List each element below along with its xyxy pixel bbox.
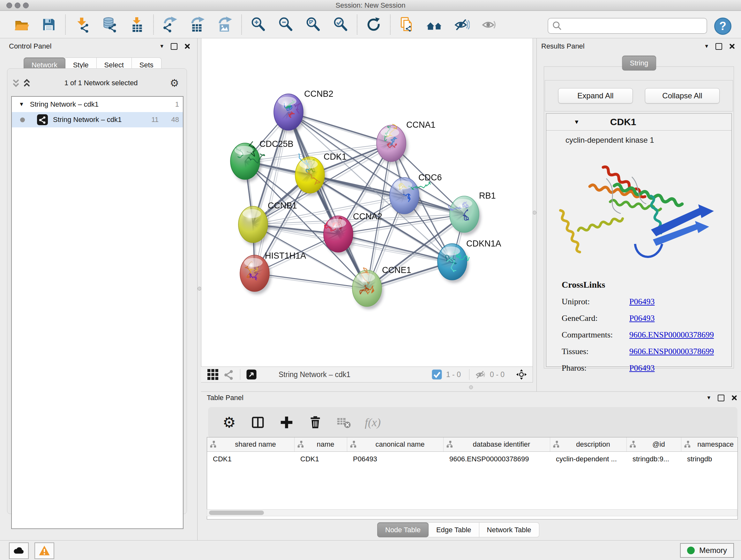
network-selection-status: 1 of 1 Network selected bbox=[32, 79, 170, 87]
node-CCNB2[interactable] bbox=[274, 94, 303, 130]
help-button[interactable]: ? bbox=[714, 17, 731, 35]
column-header-canonicalname[interactable]: canonical name bbox=[347, 437, 444, 451]
node-CDK1[interactable] bbox=[295, 153, 325, 193]
crosslink-link[interactable]: P06493 bbox=[629, 297, 655, 307]
cell-description[interactable]: cyclin-dependent ... bbox=[550, 455, 627, 463]
close-panel-icon[interactable] bbox=[731, 395, 737, 401]
collapse-panel-icon[interactable]: ▼ bbox=[159, 44, 164, 49]
column-header-description[interactable]: description bbox=[550, 437, 627, 451]
warning-icon[interactable] bbox=[35, 543, 54, 559]
tab-string[interactable]: String bbox=[622, 56, 656, 71]
node-label-CCNA1: CCNA1 bbox=[406, 120, 435, 130]
new-network-from-selection-icon[interactable] bbox=[398, 16, 415, 33]
node-label-RB1: RB1 bbox=[479, 191, 496, 200]
tab-network-table[interactable]: Network Table bbox=[479, 522, 539, 537]
cell-name[interactable]: CDK1 bbox=[294, 455, 347, 463]
float-panel-icon[interactable] bbox=[716, 43, 722, 50]
control-panel-title: Control Panel bbox=[9, 42, 51, 51]
title-bar: Session: New Session bbox=[0, 0, 741, 11]
bottom-splitter-handle[interactable] bbox=[469, 385, 473, 389]
expand-all-networks-icon[interactable] bbox=[21, 78, 32, 88]
selected-checkbox-icon[interactable] bbox=[431, 368, 443, 381]
memory-button[interactable]: Memory bbox=[680, 543, 734, 558]
node-CCNB1[interactable] bbox=[239, 206, 268, 243]
first-neighbors-icon[interactable] bbox=[426, 16, 443, 33]
zoom-in-icon[interactable] bbox=[250, 16, 267, 33]
collection-expand-icon[interactable]: ▼ bbox=[19, 101, 24, 108]
node-HIST1H1A[interactable] bbox=[240, 255, 269, 292]
cloud-icon[interactable] bbox=[9, 543, 29, 559]
table-row[interactable]: CDK1CDK1P064939606.ENSP00000378699cyclin… bbox=[207, 452, 738, 466]
save-session-icon[interactable] bbox=[40, 16, 57, 33]
add-column-icon[interactable] bbox=[278, 414, 295, 431]
network-canvas[interactable]: CCNB2 CCNA1 CDC25B CDK1 CDC6 RB1 bbox=[201, 38, 533, 367]
export-image-icon[interactable] bbox=[216, 16, 233, 33]
node-CCNA1[interactable] bbox=[377, 124, 406, 162]
toolbar-separator bbox=[65, 15, 66, 35]
gene-expand-icon[interactable]: ▼ bbox=[574, 119, 580, 125]
node-label-CDC6: CDC6 bbox=[418, 173, 442, 182]
settings-gear-icon[interactable]: ⚙ bbox=[221, 414, 238, 431]
cell-namespace[interactable]: stringdb bbox=[681, 455, 738, 463]
column-header-id[interactable]: @id bbox=[627, 437, 681, 451]
apply-preferred-layout-icon[interactable] bbox=[365, 16, 382, 33]
collection-count: 1 bbox=[162, 100, 183, 109]
grid-view-icon[interactable] bbox=[207, 368, 219, 381]
cell-id[interactable]: stringdb:9... bbox=[627, 455, 681, 463]
export-table-icon[interactable] bbox=[189, 16, 206, 33]
gene-card-header[interactable]: ▼ CDK1 bbox=[546, 114, 731, 131]
collapse-panel-icon[interactable]: ▼ bbox=[706, 395, 711, 400]
right-splitter-handle[interactable] bbox=[533, 211, 536, 214]
network-options-gear-icon[interactable]: ⚙ bbox=[170, 78, 179, 88]
crosslink-link[interactable]: 9606.ENSP00000378699 bbox=[629, 347, 714, 356]
node-CCNA2[interactable] bbox=[324, 216, 353, 252]
import-network-from-file-icon[interactable] bbox=[73, 16, 91, 33]
birds-eye-view-icon[interactable] bbox=[246, 368, 258, 381]
column-header-name[interactable]: name bbox=[294, 437, 347, 451]
node-CCNE1[interactable] bbox=[352, 268, 382, 307]
cell-canonicalname[interactable]: P06493 bbox=[347, 455, 444, 463]
import-table-from-file-icon[interactable] bbox=[128, 16, 145, 33]
toolbar-separator bbox=[153, 15, 154, 35]
zoom-fit-icon[interactable] bbox=[305, 16, 322, 33]
column-header-sharedname[interactable]: shared name bbox=[207, 437, 294, 451]
search-input[interactable] bbox=[562, 19, 706, 33]
tab-node-table[interactable]: Node Table bbox=[377, 522, 428, 537]
expand-all-button[interactable]: Expand All bbox=[558, 88, 633, 104]
scrollbar-thumb[interactable] bbox=[209, 510, 264, 515]
fit-selected-crosshair-icon[interactable] bbox=[515, 368, 528, 381]
delete-column-icon[interactable] bbox=[307, 414, 324, 431]
column-header-namespace[interactable]: namespace bbox=[681, 437, 738, 451]
float-panel-icon[interactable] bbox=[171, 43, 178, 50]
table-toolbar: ⚙f(x) bbox=[208, 407, 738, 438]
zoom-selected-icon[interactable] bbox=[332, 16, 349, 33]
close-panel-icon[interactable] bbox=[184, 43, 190, 50]
network-label: String Network – cdk1 bbox=[53, 116, 122, 124]
network-overview-icon[interactable] bbox=[223, 368, 235, 381]
open-session-icon[interactable] bbox=[13, 16, 30, 33]
zoom-out-icon[interactable] bbox=[277, 16, 294, 33]
crosslink-link[interactable]: 9606.ENSP00000378699 bbox=[629, 330, 714, 340]
column-header-databaseidentifier[interactable]: database identifier bbox=[444, 437, 550, 451]
crosslink-link[interactable]: P06493 bbox=[629, 363, 655, 373]
cell-databaseidentifier[interactable]: 9606.ENSP00000378699 bbox=[444, 455, 550, 463]
float-panel-icon[interactable] bbox=[718, 395, 724, 401]
collapse-panel-icon[interactable]: ▼ bbox=[704, 44, 709, 49]
results-panel: Results Panel ▼ String Expand All Collap… bbox=[536, 38, 741, 391]
show-all-icon[interactable] bbox=[481, 16, 498, 33]
import-network-from-database-icon[interactable] bbox=[101, 16, 118, 33]
collapse-all-networks-icon[interactable] bbox=[10, 78, 21, 88]
table-panel-title: Table Panel bbox=[207, 394, 244, 402]
cell-sharedname[interactable]: CDK1 bbox=[207, 455, 294, 463]
tab-edge-table[interactable]: Edge Table bbox=[428, 522, 479, 537]
edge-HIST1H1A-CCNE1[interactable] bbox=[255, 273, 367, 288]
network-collection-row[interactable]: ▼ String Network – cdk1 1 bbox=[12, 97, 183, 112]
close-panel-icon[interactable] bbox=[729, 43, 735, 50]
left-splitter-handle[interactable] bbox=[198, 287, 201, 291]
split-panel-icon[interactable] bbox=[250, 414, 266, 431]
network-row[interactable]: String Network – cdk1 11 48 bbox=[12, 112, 183, 127]
crosslink-link[interactable]: P06493 bbox=[629, 314, 655, 323]
collapse-all-button[interactable]: Collapse All bbox=[645, 88, 720, 104]
hide-selection-icon[interactable] bbox=[453, 16, 470, 33]
export-network-icon[interactable] bbox=[161, 16, 179, 33]
